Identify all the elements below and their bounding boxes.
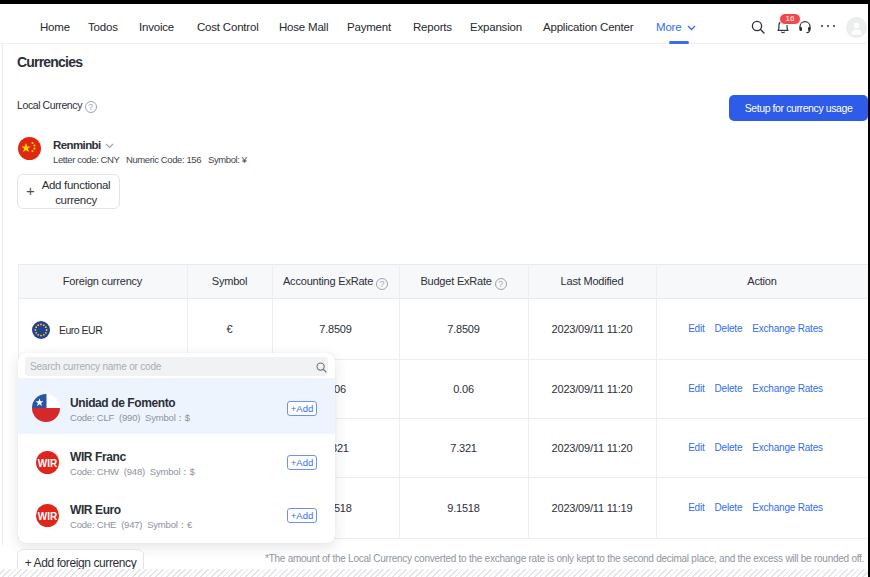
svg-text:WIR: WIR bbox=[38, 511, 58, 522]
svg-text:WIR: WIR bbox=[38, 458, 58, 469]
